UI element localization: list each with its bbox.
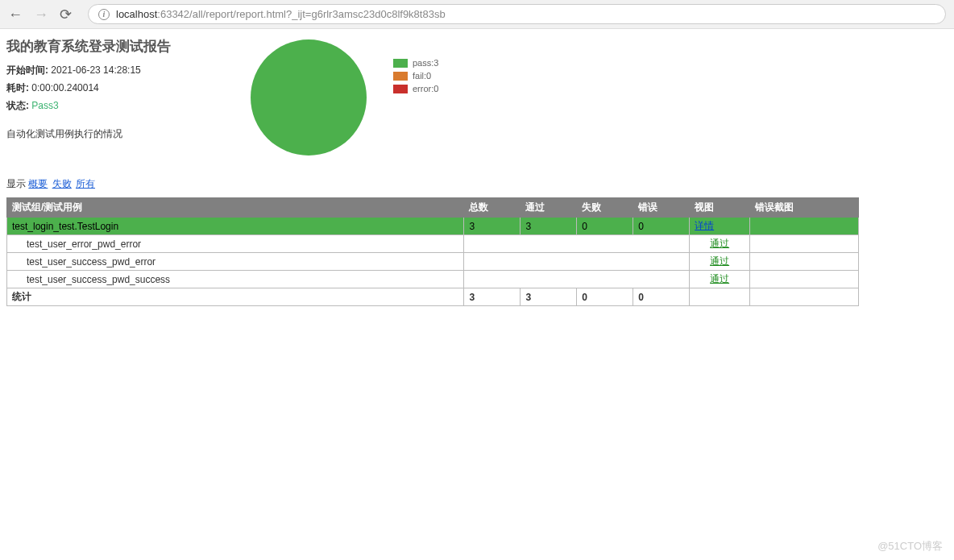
suite-row: test_login_test.TestLogin 3 3 0 0 详情: [7, 218, 859, 235]
case-name: test_user_error_pwd_error: [7, 235, 464, 253]
forward-button[interactable]: →: [34, 7, 48, 22]
th-name: 测试组/测试用例: [7, 198, 464, 218]
suite-fail: 0: [577, 218, 633, 235]
table-header-row: 测试组/测试用例 总数 通过 失败 错误 视图 错误截图: [7, 198, 859, 218]
swatch-fail-icon: [393, 72, 408, 81]
info-icon[interactable]: i: [98, 9, 110, 20]
filter-summary-link[interactable]: 概要: [28, 178, 48, 189]
svg-point-0: [251, 39, 367, 156]
duration: 耗时: 0:00:00.240014: [6, 81, 224, 95]
url-path: :63342/all/report/report.html?_ijt=g6rlr…: [157, 8, 445, 20]
filter-bar: 显示 概要 失败 所有: [6, 177, 948, 191]
status: 状态: Pass3: [6, 99, 224, 113]
legend-pass: pass:3: [393, 58, 438, 68]
th-fail: 失败: [577, 198, 633, 218]
filter-all-link[interactable]: 所有: [76, 178, 95, 189]
case-row: test_user_success_pwd_error 通过: [7, 253, 859, 271]
suite-view: 详情: [690, 218, 750, 235]
suite-name: test_login_test.TestLogin: [7, 218, 464, 235]
filter-label: 显示: [6, 178, 26, 189]
th-screenshot: 错误截图: [750, 198, 859, 218]
results-table: 测试组/测试用例 总数 通过 失败 错误 视图 错误截图 test_login_…: [6, 197, 859, 306]
address-bar[interactable]: i localhost:63342/all/report/report.html…: [88, 4, 946, 24]
th-view: 视图: [690, 198, 750, 218]
case-result: 通过: [690, 271, 750, 288]
back-button[interactable]: ←: [8, 7, 23, 22]
legend-fail: fail:0: [393, 71, 438, 81]
description: 自动化测试用例执行的情况: [6, 127, 224, 141]
total-error: 0: [633, 288, 690, 306]
case-row: test_user_error_pwd_error 通过: [7, 235, 859, 253]
suite-error: 0: [633, 218, 690, 235]
detail-link[interactable]: 详情: [695, 220, 714, 231]
browser-toolbar: ← → ⟳ i localhost:63342/all/report/repor…: [0, 0, 954, 29]
total-total: 3: [464, 288, 521, 306]
start-time: 开始时间: 2021-06-23 14:28:15: [6, 64, 224, 77]
th-total: 总数: [464, 198, 521, 218]
reload-button[interactable]: ⟳: [60, 7, 72, 22]
case-row: test_user_success_pwd_success 通过: [7, 271, 859, 288]
th-pass: 通过: [521, 198, 577, 218]
legend-error: error:0: [393, 84, 438, 93]
total-row: 统计 3 3 0 0: [7, 288, 859, 306]
th-error: 错误: [633, 198, 690, 218]
page-title: 我的教育系统登录测试报告: [6, 37, 224, 56]
case-result: 通过: [690, 253, 750, 271]
case-result: 通过: [690, 235, 750, 253]
pie-chart: [248, 37, 369, 158]
suite-pass: 3: [521, 218, 577, 235]
swatch-error-icon: [393, 85, 408, 93]
url-host: localhost: [116, 8, 157, 20]
total-fail: 0: [577, 288, 633, 306]
chart-legend: pass:3 fail:0 error:0: [393, 58, 438, 97]
filter-fail-link[interactable]: 失败: [52, 178, 72, 189]
total-label: 统计: [7, 288, 464, 306]
total-pass: 3: [521, 288, 577, 306]
case-name: test_user_success_pwd_error: [7, 253, 464, 271]
suite-total: 3: [464, 218, 521, 235]
case-name: test_user_success_pwd_success: [7, 271, 464, 288]
suite-screenshot: [750, 218, 859, 235]
swatch-pass-icon: [393, 59, 408, 68]
